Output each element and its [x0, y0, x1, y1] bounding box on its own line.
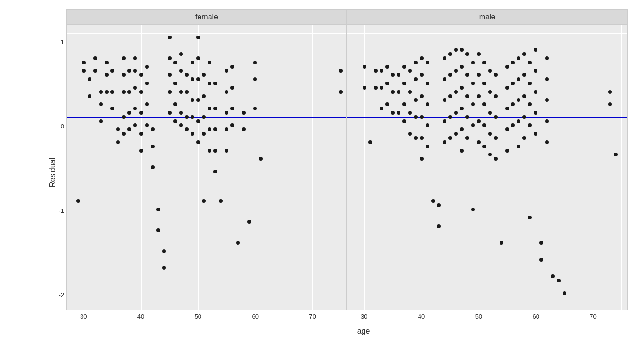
dot	[545, 98, 549, 102]
x-tick-label-male: 40	[418, 313, 425, 320]
dot	[122, 132, 126, 136]
dot	[179, 123, 183, 127]
dot	[608, 90, 612, 94]
dot	[471, 208, 475, 211]
dot	[127, 127, 131, 131]
dot	[208, 107, 211, 110]
dot	[139, 149, 143, 153]
dot	[236, 241, 240, 245]
panel-female: female	[66, 9, 347, 310]
dot	[534, 69, 537, 73]
dot	[534, 48, 537, 52]
dot	[482, 145, 486, 148]
dot	[151, 127, 155, 131]
dot	[408, 111, 412, 115]
dot	[380, 86, 383, 90]
chart-container: Residual female male 3040506070	[0, 0, 637, 364]
dot	[437, 203, 441, 207]
dot	[179, 111, 183, 115]
dot	[225, 111, 228, 115]
dot	[465, 73, 469, 77]
dot	[202, 94, 206, 98]
dot	[225, 69, 228, 73]
y-axis-area: Residual	[33, 9, 66, 336]
dot	[448, 73, 452, 77]
dot	[420, 94, 424, 98]
dot	[196, 36, 200, 39]
dot	[465, 115, 469, 119]
dot	[454, 111, 458, 115]
grid-line-v	[141, 25, 142, 310]
dot	[122, 73, 126, 77]
dot	[213, 149, 217, 153]
dot	[460, 149, 464, 153]
grid-line-h	[347, 33, 627, 34]
dot	[522, 73, 526, 77]
dot	[151, 165, 155, 169]
dot	[482, 102, 486, 106]
dot	[105, 61, 109, 64]
dot	[477, 73, 481, 77]
dot	[426, 102, 429, 106]
dot	[522, 52, 526, 56]
dot	[420, 56, 424, 60]
dot	[402, 102, 406, 106]
dot	[139, 90, 143, 94]
dot	[213, 107, 217, 110]
dot	[145, 82, 149, 85]
dot	[414, 136, 418, 140]
dot	[494, 73, 498, 77]
dot	[500, 241, 503, 245]
dot	[608, 102, 612, 106]
dot	[173, 82, 177, 85]
dot	[460, 48, 464, 52]
dot	[196, 56, 200, 60]
dot	[471, 123, 475, 127]
dot	[213, 127, 217, 131]
dot	[426, 61, 429, 64]
dot	[339, 69, 343, 73]
dot	[477, 140, 481, 144]
dot	[448, 52, 452, 56]
y-axis-label: Residual	[48, 158, 57, 187]
grid-line-h	[67, 285, 346, 285]
dot	[133, 69, 137, 73]
dot	[76, 199, 80, 203]
grid-line-v	[479, 25, 479, 310]
grid-line-h	[347, 201, 627, 201]
dot	[443, 119, 446, 123]
dot	[230, 123, 234, 127]
dot	[202, 199, 206, 203]
dot	[133, 107, 137, 110]
dot	[110, 90, 114, 94]
dot	[528, 123, 532, 127]
dot	[426, 82, 429, 85]
dot	[505, 65, 509, 69]
dot	[380, 69, 383, 73]
dot	[414, 98, 418, 102]
dot	[139, 132, 143, 136]
x-tick-label-female: 70	[309, 313, 316, 320]
dot	[230, 65, 234, 69]
dot	[528, 82, 532, 85]
dot	[414, 61, 418, 64]
dot	[259, 157, 263, 161]
x-ticks-male: 3040506070	[347, 310, 628, 325]
dot	[173, 61, 177, 64]
dot	[133, 123, 137, 127]
dot	[494, 136, 498, 140]
dot	[247, 220, 251, 224]
dot	[465, 94, 469, 98]
dot	[545, 56, 549, 60]
dot	[110, 107, 114, 110]
dot	[402, 82, 406, 85]
plot-male	[347, 25, 627, 310]
dot	[363, 86, 366, 90]
dot	[454, 132, 458, 136]
dot	[151, 145, 155, 148]
dot	[127, 90, 131, 94]
dot	[208, 82, 211, 85]
x-axis-ticks: 3040506070 3040506070	[66, 310, 628, 325]
dot	[511, 61, 515, 64]
dot	[196, 77, 200, 81]
